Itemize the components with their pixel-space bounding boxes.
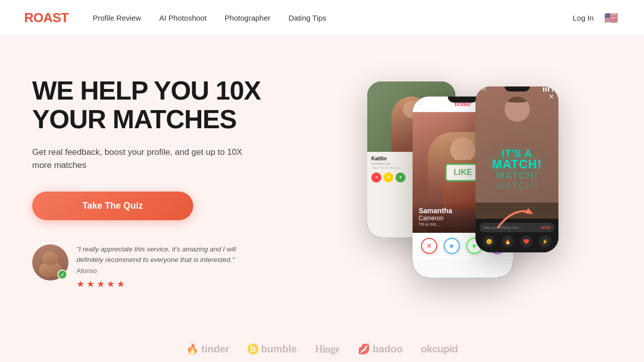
partner-badoo: 💋 badoo — [358, 343, 403, 355]
star-3: ★ — [97, 279, 105, 290]
hinge-label: Hinge — [315, 343, 340, 355]
arrow-graphic — [493, 202, 538, 232]
match-text-overlay: IT'S A MATCH! MATCH! MATCH! — [492, 148, 542, 191]
nav-profile-review[interactable]: Profile Review — [93, 14, 141, 22]
star-rating: ★ ★ ★ ★ ★ — [76, 279, 254, 290]
main-nav: Profile Review AI Photoshoot Photographe… — [93, 14, 573, 22]
take-quiz-button[interactable]: Take The Quiz — [32, 192, 193, 220]
match-text-primary: IT'S A — [492, 148, 542, 158]
star-5: ★ — [117, 279, 125, 290]
nav-ai-photoshoot[interactable]: AI Photoshoot — [159, 14, 206, 22]
nav-photographer[interactable]: Photographer — [225, 14, 271, 22]
login-button[interactable]: Log In — [573, 14, 594, 22]
language-flag[interactable]: 🇺🇸 — [602, 9, 620, 27]
partner-bumble: b bumble — [248, 343, 297, 355]
verified-badge: ✓ — [57, 269, 67, 280]
status-time: 9:41 — [479, 87, 487, 91]
match-icon-1[interactable]: 😊 — [483, 235, 495, 247]
testimonial: ✓ "I really appreciate this service, it'… — [32, 244, 254, 290]
phone-mid-notch — [448, 97, 478, 103]
tinder-label: tinder — [201, 343, 229, 355]
hero-left: WE HELP YOU 10X YOUR MATCHES Get real fe… — [32, 66, 294, 308]
close-icon[interactable]: ✕ — [548, 93, 554, 101]
phones-container: Kaitlin Greatest mo... Take No to decide… — [337, 71, 569, 293]
partner-okcupid: okcupid — [421, 343, 458, 355]
partner-tinder: 🔥 tinder — [186, 343, 229, 355]
star-button[interactable]: ★ — [444, 238, 460, 254]
testimonial-author: Afonso — [76, 267, 254, 275]
hero-subtitle: Get real feedback, boost your profile, a… — [32, 146, 244, 171]
battery-icon: ▌ — [552, 87, 554, 91]
match-send-button[interactable]: SEND — [541, 226, 550, 229]
okcupid-label: okcupid — [421, 343, 458, 355]
tinder-icon: 🔥 — [186, 343, 199, 355]
dislike-button[interactable]: ✕ — [421, 238, 437, 254]
back-like-btn[interactable]: ♥ — [395, 172, 406, 183]
signal-icon: ▌▌▌ — [543, 87, 550, 91]
partners-section: 🔥 tinder b bumble Hinge 💋 badoo okcupid — [0, 328, 644, 362]
avatar-wrap: ✓ — [32, 244, 68, 281]
match-text-echo2: MATCH! — [492, 180, 542, 191]
match-icon-4[interactable]: ⚡ — [539, 235, 551, 247]
bumble-icon: b — [248, 343, 259, 354]
tinder-back-icon[interactable]: ← — [419, 102, 423, 107]
partner-hinge: Hinge — [315, 343, 340, 355]
match-text-echo1: MATCH! — [492, 170, 542, 180]
back-star-btn[interactable]: ★ — [383, 172, 393, 183]
star-4: ★ — [107, 279, 115, 290]
match-icons-row: 😊 🔥 ❤️ ⚡ — [479, 232, 554, 248]
badoo-label: badoo — [373, 343, 403, 355]
nav-dating-tips[interactable]: Dating Tips — [289, 14, 327, 22]
header-right: Log In 🇺🇸 — [573, 9, 620, 27]
bumble-label: bumble — [261, 343, 297, 355]
match-text-secondary: MATCH! — [492, 158, 542, 170]
testimonial-text: "I really appreciate this service, it's … — [76, 244, 254, 290]
back-dislike-btn[interactable]: ✕ — [371, 172, 381, 183]
site-logo[interactable]: ROAST — [24, 10, 69, 26]
hero-right: Kaitlin Greatest mo... Take No to decide… — [294, 66, 612, 308]
phone-right-notch — [505, 86, 530, 92]
status-icons: ▌▌▌ ▌ — [543, 87, 554, 91]
badoo-icon: 💋 — [358, 343, 370, 355]
match-icon-3[interactable]: ❤️ — [520, 235, 532, 247]
hero-title: WE HELP YOU 10X YOUR MATCHES — [32, 76, 294, 134]
star-1: ★ — [76, 279, 85, 290]
match-icon-2[interactable]: 🔥 — [502, 235, 514, 247]
star-2: ★ — [87, 279, 95, 290]
testimonial-quote: "I really appreciate this service, it's … — [76, 244, 254, 265]
